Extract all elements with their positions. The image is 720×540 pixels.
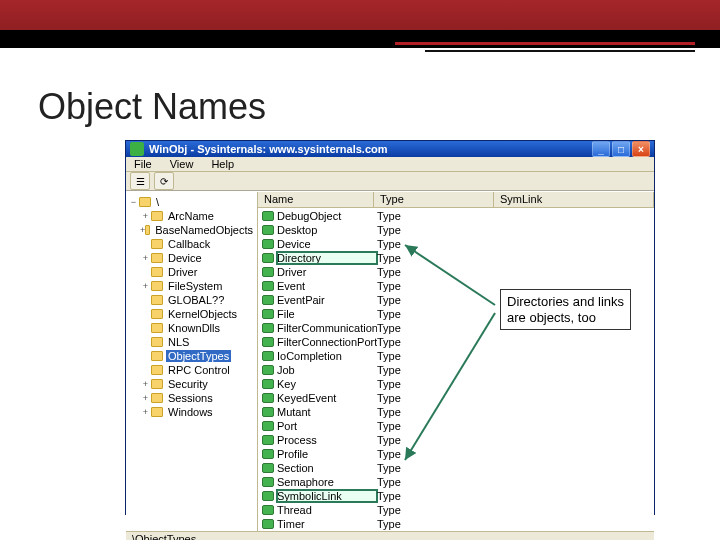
col-name[interactable]: Name (258, 192, 374, 207)
list-row-semaphore[interactable]: SemaphoreType (258, 475, 654, 489)
list-item-type: Type (377, 252, 487, 264)
list-row-desktop[interactable]: DesktopType (258, 223, 654, 237)
maximize-button[interactable]: □ (612, 141, 630, 157)
folder-icon (151, 393, 163, 403)
object-type-icon (262, 337, 274, 347)
tree-item-knowndlls[interactable]: KnownDlls (128, 321, 255, 335)
list-item-type: Type (377, 336, 487, 348)
menu-help[interactable]: Help (207, 157, 238, 171)
expander-icon[interactable]: + (140, 393, 151, 403)
expander-icon[interactable]: + (140, 407, 151, 417)
folder-icon (151, 267, 163, 277)
list-row-filterconnectionport[interactable]: FilterConnectionPortType (258, 335, 654, 349)
tree-item-windows[interactable]: +Windows (128, 405, 255, 419)
tree-item-basenamedobjects[interactable]: +BaseNamedObjects (128, 223, 255, 237)
list-item-name: Timer (277, 518, 377, 530)
folder-icon (151, 337, 163, 347)
list-item-name: File (277, 308, 377, 320)
list-item-type: Type (377, 378, 487, 390)
tree-item-label: Security (166, 378, 210, 390)
folder-icon (145, 225, 150, 235)
folder-icon (151, 407, 163, 417)
list-row-driver[interactable]: DriverType (258, 265, 654, 279)
folder-icon (151, 295, 163, 305)
list-item-type: Type (377, 210, 487, 222)
tree-item-label: NLS (166, 336, 191, 348)
tree-item-driver[interactable]: Driver (128, 265, 255, 279)
tree-item-global-[interactable]: GLOBAL?? (128, 293, 255, 307)
col-symlink[interactable]: SymLink (494, 192, 654, 207)
list-item-name: Thread (277, 504, 377, 516)
expander-icon[interactable]: + (140, 281, 151, 291)
toolbar-refresh-button[interactable]: ⟳ (154, 172, 174, 190)
tree-item-sessions[interactable]: +Sessions (128, 391, 255, 405)
list-item-type: Type (377, 406, 487, 418)
object-type-icon (262, 477, 274, 487)
list-row-process[interactable]: ProcessType (258, 433, 654, 447)
tree-item-label: BaseNamedObjects (153, 224, 255, 236)
content-panes: − \ +ArcName+BaseNamedObjectsCallback+De… (126, 191, 654, 531)
list-row-directory[interactable]: DirectoryType (258, 251, 654, 265)
list-row-mutant[interactable]: MutantType (258, 405, 654, 419)
tree-item-label: ArcName (166, 210, 216, 222)
list-item-type: Type (377, 434, 487, 446)
object-type-icon (262, 435, 274, 445)
list-row-thread[interactable]: ThreadType (258, 503, 654, 517)
list-row-key[interactable]: KeyType (258, 377, 654, 391)
list-item-name: KeyedEvent (277, 392, 377, 404)
list-item-name: Job (277, 364, 377, 376)
menu-view[interactable]: View (166, 157, 198, 171)
expander-icon[interactable]: + (140, 253, 151, 263)
object-type-icon (262, 239, 274, 249)
list-item-type: Type (377, 420, 487, 432)
list-row-debugobject[interactable]: DebugObjectType (258, 209, 654, 223)
list-row-iocompletion[interactable]: IoCompletionType (258, 349, 654, 363)
object-type-icon (262, 225, 274, 235)
expander-icon[interactable]: + (140, 211, 151, 221)
list-item-type: Type (377, 350, 487, 362)
tree-item-arcname[interactable]: +ArcName (128, 209, 255, 223)
list-row-port[interactable]: PortType (258, 419, 654, 433)
titlebar[interactable]: WinObj - Sysinternals: www.sysinternals.… (126, 141, 654, 157)
list-row-keyedevent[interactable]: KeyedEventType (258, 391, 654, 405)
menu-file[interactable]: File (130, 157, 156, 171)
list-row-section[interactable]: SectionType (258, 461, 654, 475)
list-row-job[interactable]: JobType (258, 363, 654, 377)
object-type-icon (262, 309, 274, 319)
list-item-name: FilterCommunicationPort (277, 322, 377, 334)
object-type-icon (262, 407, 274, 417)
folder-icon (151, 323, 163, 333)
list-row-timer[interactable]: TimerType (258, 517, 654, 531)
tree-root[interactable]: − \ (128, 195, 255, 209)
tree-pane[interactable]: − \ +ArcName+BaseNamedObjectsCallback+De… (126, 192, 258, 531)
tree-item-device[interactable]: +Device (128, 251, 255, 265)
tree-item-callback[interactable]: Callback (128, 237, 255, 251)
object-type-icon (262, 295, 274, 305)
tree-item-security[interactable]: +Security (128, 377, 255, 391)
object-type-icon (262, 379, 274, 389)
col-type[interactable]: Type (374, 192, 494, 207)
tree-item-nls[interactable]: NLS (128, 335, 255, 349)
list-row-device[interactable]: DeviceType (258, 237, 654, 251)
object-type-icon (262, 253, 274, 263)
toolbar-properties-button[interactable]: ☰ (130, 172, 150, 190)
tree-item-filesystem[interactable]: +FileSystem (128, 279, 255, 293)
tree-item-rpc-control[interactable]: RPC Control (128, 363, 255, 377)
status-bar: \ObjectTypes (126, 531, 654, 540)
list-row-symboliclink[interactable]: SymbolicLinkType (258, 489, 654, 503)
folder-icon (151, 281, 163, 291)
tree-item-kernelobjects[interactable]: KernelObjects (128, 307, 255, 321)
list-item-name: Section (277, 462, 377, 474)
tree-item-label: RPC Control (166, 364, 232, 376)
expander-icon[interactable]: + (140, 379, 151, 389)
tree-item-objecttypes[interactable]: ObjectTypes (128, 349, 255, 363)
list-item-name: Key (277, 378, 377, 390)
minimize-button[interactable]: _ (592, 141, 610, 157)
list-body[interactable]: DebugObjectTypeDesktopTypeDeviceTypeDire… (258, 208, 654, 531)
list-item-name: Device (277, 238, 377, 250)
list-header: Name Type SymLink (258, 192, 654, 208)
close-button[interactable]: × (632, 141, 650, 157)
object-type-icon (262, 365, 274, 375)
list-item-type: Type (377, 224, 487, 236)
list-row-profile[interactable]: ProfileType (258, 447, 654, 461)
